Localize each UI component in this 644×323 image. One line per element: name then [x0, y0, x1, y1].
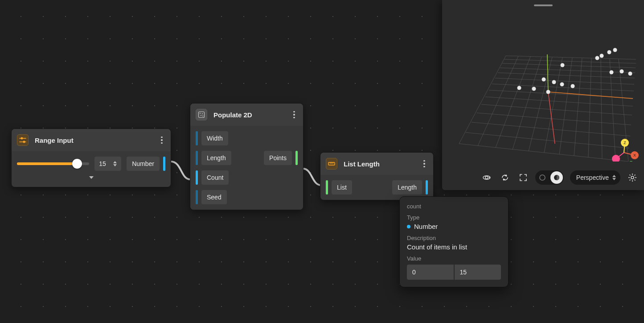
svg-point-3 [23, 141, 25, 142]
tooltip-name: count [407, 203, 501, 210]
svg-line-25 [504, 59, 636, 63]
chevron-down-icon[interactable] [113, 164, 117, 166]
chevron-down-icon [89, 176, 94, 179]
port-label: Seed [207, 194, 222, 201]
sync-button[interactable] [499, 171, 511, 184]
port-label: Length [207, 154, 226, 162]
projection-label: Perspective [576, 174, 609, 181]
svg-line-23 [500, 68, 635, 73]
svg-point-6 [202, 113, 203, 114]
node-populate-2d[interactable]: Populate 2D Width Length Count Seed Poin… [190, 103, 304, 210]
tooltip-value-label: Value [407, 255, 501, 262]
svg-line-24 [502, 63, 636, 68]
panel-drag-handle[interactable] [534, 4, 553, 6]
node-menu-button[interactable] [158, 135, 165, 145]
svg-line-27 [459, 56, 506, 144]
svg-point-1 [21, 137, 22, 139]
node-title: List Length [344, 160, 414, 168]
svg-point-52 [552, 80, 556, 84]
svg-point-50 [628, 72, 632, 76]
shading-toggle[interactable] [535, 170, 564, 185]
viewport-scene: X Z [446, 10, 640, 162]
settings-button[interactable] [627, 171, 639, 184]
range-value-input[interactable]: 15 [94, 157, 121, 171]
range-value-text: 15 [99, 160, 106, 167]
svg-line-42 [547, 54, 548, 92]
viewport-3d[interactable]: X Z [446, 10, 640, 167]
svg-line-22 [498, 73, 635, 78]
port-label: Width [207, 135, 223, 142]
port-label: Number [132, 160, 154, 167]
output-port-number[interactable]: Number [127, 157, 165, 171]
input-port-width[interactable]: Width [196, 131, 231, 145]
svg-line-81 [630, 180, 631, 181]
svg-point-64 [628, 161, 634, 162]
output-port-points[interactable]: Points [264, 151, 298, 165]
sliders-icon [17, 134, 29, 146]
input-port-seed[interactable]: Seed [196, 190, 231, 204]
range-slider[interactable] [17, 160, 89, 168]
orbit-button[interactable] [480, 171, 492, 184]
svg-point-74 [631, 176, 634, 179]
input-port-count[interactable]: Count [196, 170, 231, 185]
tooltip-desc-value: Count of items in list [407, 243, 501, 251]
svg-line-18 [485, 97, 633, 106]
range-stepper[interactable] [113, 157, 119, 171]
viewport-toolbar: Perspective [442, 167, 644, 190]
node-header[interactable]: Populate 2D [190, 104, 303, 126]
svg-point-67 [485, 176, 488, 179]
node-menu-button[interactable] [291, 110, 298, 120]
svg-point-7 [201, 115, 201, 116]
node-header[interactable]: Range Input [12, 129, 171, 151]
port-label: Count [207, 174, 223, 181]
svg-line-33 [559, 58, 572, 154]
svg-point-43 [613, 48, 617, 52]
expand-toggle[interactable] [17, 176, 165, 182]
node-canvas[interactable]: Range Input 15 Number [0, 0, 644, 323]
node-list-length[interactable]: List Length List Length [320, 152, 434, 200]
output-port-length[interactable]: Length [392, 180, 428, 195]
input-port-length[interactable]: Length [196, 151, 231, 165]
projection-select[interactable]: Perspective [570, 170, 620, 185]
svg-point-54 [571, 84, 575, 88]
svg-point-44 [607, 50, 611, 54]
ruler-icon [326, 158, 337, 170]
svg-line-16 [477, 113, 631, 125]
svg-line-26 [506, 56, 636, 59]
node-header[interactable]: List Length [320, 153, 433, 175]
tooltip-value-row: 0 15 [407, 265, 501, 280]
chevron-up-icon[interactable] [113, 161, 117, 163]
svg-text:Z: Z [623, 141, 626, 145]
tooltip-value-data: 15 [455, 265, 501, 280]
node-title: Populate 2D [213, 111, 284, 119]
port-label: Points [269, 154, 287, 162]
svg-line-30 [513, 57, 541, 149]
grid-scatter-icon [196, 109, 207, 120]
tooltip-type-value: Number [414, 223, 438, 230]
svg-point-47 [561, 63, 565, 67]
svg-point-72 [540, 175, 545, 180]
svg-line-40 [548, 92, 633, 99]
svg-line-28 [478, 56, 518, 146]
input-port-list[interactable]: List [326, 180, 352, 195]
svg-line-29 [496, 57, 530, 148]
orbit-icon [482, 173, 491, 182]
port-label: Length [398, 184, 417, 191]
viewport-panel[interactable]: X Z [442, 0, 644, 190]
svg-text:X: X [633, 153, 636, 157]
toggle-knob [550, 171, 563, 184]
svg-line-21 [495, 78, 634, 84]
svg-point-46 [595, 56, 599, 60]
svg-line-80 [635, 180, 636, 181]
svg-line-17 [481, 104, 632, 115]
gear-icon [628, 173, 637, 182]
svg-line-35 [588, 58, 591, 157]
fit-button[interactable] [517, 171, 529, 184]
svg-line-37 [610, 59, 615, 160]
svg-point-51 [542, 78, 546, 82]
node-menu-button[interactable] [421, 159, 428, 169]
svg-point-49 [620, 70, 624, 74]
svg-point-45 [600, 54, 604, 58]
node-range-input[interactable]: Range Input 15 Number [11, 128, 171, 187]
svg-point-62 [612, 155, 620, 162]
